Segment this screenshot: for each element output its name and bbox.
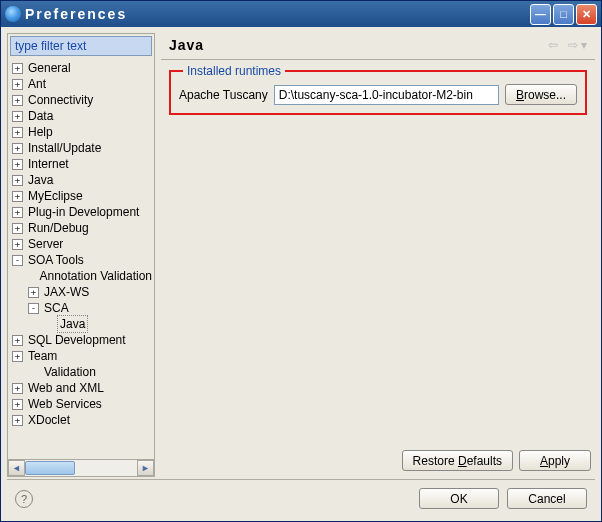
back-arrow-icon[interactable]: ⇦ (548, 38, 558, 52)
runtime-path-input[interactable] (274, 85, 499, 105)
tree-label: Data (26, 108, 55, 124)
tree-label: Team (26, 348, 59, 364)
tree-label: Java (26, 172, 55, 188)
collapse-icon[interactable]: - (12, 255, 23, 266)
runtime-label: Apache Tuscany (179, 88, 268, 102)
expand-icon[interactable]: + (28, 287, 39, 298)
tree-item-server[interactable]: +Server (8, 236, 154, 252)
titlebar: Preferences — □ ✕ (1, 1, 601, 27)
tree-item-annotation-validation[interactable]: Annotation Validation (8, 268, 154, 284)
expand-icon[interactable]: + (12, 335, 23, 346)
horizontal-scrollbar[interactable]: ◄ ► (8, 459, 154, 476)
apply-button[interactable]: Apply (519, 450, 591, 471)
expand-icon[interactable]: + (12, 79, 23, 90)
expand-icon[interactable]: + (12, 175, 23, 186)
tree-label: XDoclet (26, 412, 72, 428)
tree-item-soa-tools[interactable]: -SOA Tools (8, 252, 154, 268)
help-icon[interactable]: ? (15, 490, 33, 508)
no-expander (28, 271, 34, 282)
tree-item-connectivity[interactable]: +Connectivity (8, 92, 154, 108)
tree-label: Run/Debug (26, 220, 91, 236)
close-button[interactable]: ✕ (576, 4, 597, 25)
tree-label: Server (26, 236, 65, 252)
tree-item-team[interactable]: +Team (8, 348, 154, 364)
expand-icon[interactable]: + (12, 383, 23, 394)
tree-item-web-services[interactable]: +Web Services (8, 396, 154, 412)
app-icon (5, 6, 21, 22)
tree-label: Install/Update (26, 140, 103, 156)
page-title: Java (169, 37, 548, 53)
expand-icon[interactable]: + (12, 415, 23, 426)
tree-item-xdoclet[interactable]: +XDoclet (8, 412, 154, 428)
tree-item-java[interactable]: Java (8, 316, 154, 332)
tree-label: Annotation Validation (37, 268, 154, 284)
tree-item-data[interactable]: +Data (8, 108, 154, 124)
scroll-thumb[interactable] (25, 461, 75, 475)
footer: ? OK Cancel (7, 482, 595, 515)
tree-label: Internet (26, 156, 71, 172)
expand-icon[interactable]: + (12, 95, 23, 106)
tree-label: Web Services (26, 396, 104, 412)
preferences-tree[interactable]: +General+Ant+Connectivity+Data+Help+Inst… (8, 58, 154, 459)
tree-item-general[interactable]: +General (8, 60, 154, 76)
filter-input[interactable] (10, 36, 152, 56)
installed-runtimes-group: Installed runtimes Apache Tuscany Browse… (169, 70, 587, 115)
tree-item-validation[interactable]: Validation (8, 364, 154, 380)
expand-icon[interactable]: + (12, 127, 23, 138)
minimize-button[interactable]: — (530, 4, 551, 25)
tree-item-web-and-xml[interactable]: +Web and XML (8, 380, 154, 396)
collapse-icon[interactable]: - (28, 303, 39, 314)
expand-icon[interactable]: + (12, 143, 23, 154)
tree-item-run-debug[interactable]: +Run/Debug (8, 220, 154, 236)
group-legend: Installed runtimes (183, 64, 285, 78)
expand-icon[interactable]: + (12, 223, 23, 234)
tree-label: MyEclipse (26, 188, 85, 204)
separator (161, 59, 595, 60)
expand-icon[interactable]: + (12, 63, 23, 74)
no-expander (44, 319, 55, 330)
tree-label: JAX-WS (42, 284, 91, 300)
scroll-right-button[interactable]: ► (137, 460, 154, 476)
client-area: +General+Ant+Connectivity+Data+Help+Inst… (1, 27, 601, 521)
tree-item-help[interactable]: +Help (8, 124, 154, 140)
tree-label: Java (58, 316, 87, 332)
tree-item-java[interactable]: +Java (8, 172, 154, 188)
expand-icon[interactable]: + (12, 351, 23, 362)
tree-label: Ant (26, 76, 48, 92)
tree-item-internet[interactable]: +Internet (8, 156, 154, 172)
forward-arrow-icon[interactable]: ⇨ ▾ (568, 38, 587, 52)
right-panel: Java ⇦ ⇨ ▾ Installed runtimes Apache Tus… (161, 33, 595, 477)
tree-label: Validation (42, 364, 98, 380)
scroll-track[interactable] (25, 460, 137, 476)
tree-item-install-update[interactable]: +Install/Update (8, 140, 154, 156)
expand-icon[interactable]: + (12, 159, 23, 170)
restore-defaults-button[interactable]: Restore Defaults (402, 450, 513, 471)
tree-label: SCA (42, 300, 71, 316)
nav-arrows: ⇦ ⇨ ▾ (548, 38, 587, 52)
maximize-button[interactable]: □ (553, 4, 574, 25)
preferences-dialog: Preferences — □ ✕ +General+Ant+Connectiv… (0, 0, 602, 522)
expand-icon[interactable]: + (12, 239, 23, 250)
tree-item-sca[interactable]: -SCA (8, 300, 154, 316)
tree-label: SQL Development (26, 332, 128, 348)
tree-label: Connectivity (26, 92, 95, 108)
tree-label: General (26, 60, 73, 76)
page-content: Installed runtimes Apache Tuscany Browse… (161, 62, 595, 444)
tree-item-sql-development[interactable]: +SQL Development (8, 332, 154, 348)
expand-icon[interactable]: + (12, 207, 23, 218)
tree-label: SOA Tools (26, 252, 86, 268)
ok-button[interactable]: OK (419, 488, 499, 509)
cancel-button[interactable]: Cancel (507, 488, 587, 509)
tree-item-myeclipse[interactable]: +MyEclipse (8, 188, 154, 204)
expand-icon[interactable]: + (12, 111, 23, 122)
tree-label: Help (26, 124, 55, 140)
expand-icon[interactable]: + (12, 191, 23, 202)
expand-icon[interactable]: + (12, 399, 23, 410)
browse-button[interactable]: Browse... (505, 84, 577, 105)
tree-item-plug-in-development[interactable]: +Plug-in Development (8, 204, 154, 220)
scroll-left-button[interactable]: ◄ (8, 460, 25, 476)
footer-separator (7, 479, 595, 480)
tree-item-jax-ws[interactable]: +JAX-WS (8, 284, 154, 300)
left-panel: +General+Ant+Connectivity+Data+Help+Inst… (7, 33, 155, 477)
tree-item-ant[interactable]: +Ant (8, 76, 154, 92)
